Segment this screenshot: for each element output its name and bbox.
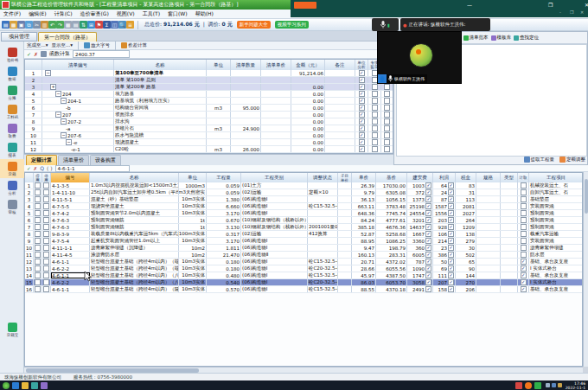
grid-cell[interactable] [368,146,381,152]
grid-cell[interactable]: 3 [25,84,42,90]
grid-cell[interactable]: 6005✓ [407,252,433,258]
table-row[interactable]: 12-e-1C20砼m326.0000.00✓ [25,146,393,153]
grid-cell[interactable] [501,238,518,244]
column-header[interactable] [25,60,42,70]
checkbox[interactable] [43,217,49,223]
grid-cell[interactable]: 4-7-5-5 [51,203,90,209]
grid-cell[interactable]: 90 [456,265,476,272]
grid-cell[interactable] [42,189,51,195]
grid-cell[interactable]: 0.00 [291,139,325,145]
grid-cell[interactable]: 0.540 [207,279,241,285]
grid-cell[interactable]: Ⅰ 实体式桥台 [529,265,583,272]
expander-icon[interactable]: − [55,112,61,118]
grid-cell[interactable]: 4-1-3-5 [51,182,90,189]
grid-cell[interactable]: 0.00 [291,125,325,131]
grid-cell[interactable]: −207-2 [42,118,114,125]
grid-cell[interactable]: 基础垫层 [529,196,583,202]
grid-cell[interactable]: 10m2 [179,245,207,251]
checkbox[interactable] [372,146,378,152]
taskbar-clock[interactable]: 17:46 2022-11-1 [566,381,585,390]
checkbox[interactable]: ✓ [359,125,365,131]
checkbox[interactable] [35,245,41,251]
formula-ok-icon[interactable]: ✓ [27,51,31,57]
grid-cell[interactable]: ✓ [355,118,368,125]
grid-cell[interactable]: 4-6-1-1 [51,272,90,278]
grid-cell[interactable]: 69✓ [433,265,456,272]
column-header[interactable]: 利润 [433,173,456,182]
grid-cell[interactable] [501,245,518,251]
grid-cell[interactable]: 207✓ [433,279,456,285]
grid-cell[interactable] [34,252,42,258]
checkbox[interactable] [384,84,390,90]
grid-cell[interactable]: 砼C15-32.5-4砾 [308,203,338,209]
checkbox[interactable] [43,265,49,272]
close-button[interactable]: ✕ [585,2,588,8]
checkbox[interactable] [43,210,49,216]
grid-cell[interactable]: 3783.48 [376,203,407,209]
grid-cell[interactable] [261,84,291,90]
grid-cell[interactable] [381,105,393,111]
grid-cell[interactable] [325,84,355,90]
grid-cell[interactable]: m3 [207,125,231,131]
grid-cell[interactable] [325,112,355,118]
grid-cell[interactable] [518,231,529,237]
grid-cell[interactable]: 4-6-2-2 [51,279,90,285]
checkbox[interactable] [384,98,390,104]
expander-icon[interactable]: − [61,132,67,138]
grid-cell[interactable]: 2 [25,189,34,195]
paren-icon[interactable]: ( ) [47,165,53,171]
grid-cell[interactable]: 现浇混凝土 [114,139,207,145]
grid-cell[interactable]: 31 [456,189,476,195]
vertical-scrollbar[interactable] [583,172,588,367]
checkbox[interactable] [384,118,390,125]
grid-cell[interactable] [338,189,352,195]
grid-cell[interactable]: 轻型砌台混凝土基础（跨径4m以内）（端墙） [90,259,179,265]
function-icon[interactable] [41,51,47,57]
grid-cell[interactable]: 10m3实体 [179,238,207,244]
checkbox[interactable] [43,196,49,202]
checkbox[interactable]: ✓ [425,259,431,265]
grid-cell[interactable]: 预制圆管涵 [529,224,583,230]
grid-cell[interactable]: 0.00 [291,146,325,152]
grid-cell[interactable]: (06)构造物Ⅰ [241,259,308,265]
checkbox[interactable] [35,265,41,272]
grid-cell[interactable] [231,118,261,125]
grid-cell[interactable]: 1 [25,70,42,76]
grid-cell[interactable] [42,259,51,265]
grid-cell[interactable]: 砼C15-32.5-4砾 [308,286,338,292]
grid-cell[interactable]: 砼C20-32.5-4砾 [308,279,338,285]
grid-cell[interactable]: 279 [456,238,476,244]
grid-cell[interactable] [501,231,518,237]
grid-cell[interactable] [42,182,51,189]
sidebar-item-定额[interactable]: 定额 [0,159,24,178]
grid-cell[interactable] [476,182,501,189]
grid-cell[interactable] [476,272,501,278]
tray-icon[interactable] [552,383,556,387]
grid-cell[interactable] [368,132,381,138]
column-header[interactable]: 建安费 [407,173,433,182]
grid-cell[interactable]: 360✓ [407,245,433,251]
grid-cell[interactable] [231,98,261,104]
grid-cell[interactable] [368,139,381,145]
grid-cell[interactable]: (06)构造物Ⅰ [241,203,308,209]
expander-icon[interactable]: − [66,139,72,145]
grid-cell[interactable]: 路基填筑（利用填方压实） [114,98,207,104]
grid-cell[interactable]: 16 [25,286,34,292]
grid-cell[interactable]: 10 [25,245,34,251]
grid-cell[interactable]: 3 [25,196,34,202]
grid-cell[interactable]: 5 [25,210,34,216]
checkbox[interactable]: ✓ [425,203,431,209]
checkbox[interactable]: ✓ [359,139,365,145]
checkbox[interactable] [372,112,378,118]
table-row[interactable]: 89-8-3-9装载质量8t以内载重汽车运5km（汽车式起重机装卸）100m3实… [25,231,582,238]
expander-icon[interactable]: − [45,70,51,76]
column-header[interactable]: 工程量 [207,173,241,182]
checkbox[interactable]: ✓ [425,182,431,189]
menu-item[interactable]: 工具(T) [143,10,160,18]
grid-cell[interactable] [325,98,355,104]
grid-cell[interactable] [34,217,42,223]
grid-cell[interactable]: 1090✓ [407,265,433,272]
grid-cell[interactable]: ✓ [355,146,368,152]
column-header[interactable]: 单位 [179,173,207,182]
child-minimize-button[interactable]: - [559,10,561,15]
